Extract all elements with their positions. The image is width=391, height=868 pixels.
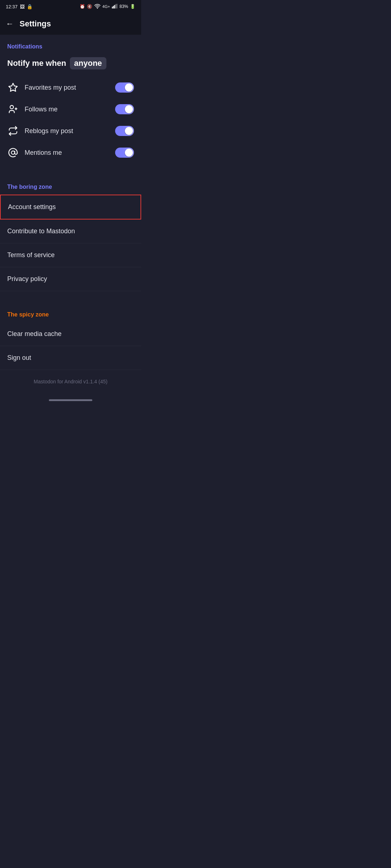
follow-icon	[7, 103, 19, 115]
spacer-2	[0, 169, 141, 175]
mentions-toggle[interactable]	[115, 148, 134, 158]
contribute-item[interactable]: Contribute to Mastodon	[0, 220, 141, 243]
mentions-label: Mentions me	[25, 149, 109, 157]
mentions-toggle-row: Mentions me	[0, 142, 141, 163]
svg-point-10	[11, 151, 14, 154]
network-label: 4G+	[102, 4, 110, 9]
photo-icon: 🖼	[20, 4, 25, 9]
status-bar: 12:37 🖼 🔒 ⏰ 🔇 4G+ 83% 🔋	[0, 0, 141, 13]
follows-toggle[interactable]	[115, 104, 134, 114]
favorites-label: Favorites my post	[25, 84, 109, 92]
sign-out-item[interactable]: Sign out	[0, 346, 141, 370]
spacer-4	[0, 297, 141, 303]
terms-item[interactable]: Terms of service	[0, 243, 141, 267]
star-icon	[7, 82, 19, 93]
home-indicator	[0, 396, 141, 407]
follows-label: Follows me	[25, 106, 109, 113]
spacer-3	[0, 291, 141, 297]
alarm-icon: ⏰	[80, 4, 85, 9]
reblogs-toggle[interactable]	[115, 126, 134, 136]
settings-content: Notifications Notify me when anyone Favo…	[0, 35, 141, 407]
app-version: Mastodon for Android v1.1.4 (45)	[0, 370, 141, 396]
svg-rect-2	[113, 6, 114, 8]
app-bar: ← Settings	[0, 13, 141, 35]
privacy-item[interactable]: Privacy policy	[0, 267, 141, 291]
page-title: Settings	[20, 19, 51, 29]
svg-rect-1	[112, 7, 113, 8]
lock-icon: 🔒	[27, 4, 33, 9]
notify-me-label: Notify me when	[7, 59, 66, 68]
spacer-1	[0, 163, 141, 169]
notify-badge[interactable]: anyone	[70, 57, 106, 69]
wifi-icon	[94, 4, 101, 10]
reblog-icon	[7, 125, 19, 137]
boring-zone-header: The boring zone	[0, 175, 141, 195]
favorites-toggle-row: Favorites my post	[0, 77, 141, 98]
svg-point-0	[97, 8, 98, 9]
status-bar-right: ⏰ 🔇 4G+ 83% 🔋	[80, 4, 135, 10]
notify-me-row: Notify me when anyone	[0, 54, 141, 77]
mute-icon: 🔇	[87, 4, 92, 9]
battery-icon: 🔋	[130, 4, 135, 9]
mention-icon	[7, 147, 19, 158]
reblogs-label: Reblogs my post	[25, 127, 109, 135]
svg-rect-3	[114, 5, 115, 8]
battery: 83%	[119, 4, 128, 9]
signal-icon	[112, 4, 118, 10]
time: 12:37	[6, 4, 18, 9]
svg-point-7	[10, 106, 13, 109]
svg-marker-6	[9, 83, 17, 91]
reblogs-toggle-row: Reblogs my post	[0, 120, 141, 142]
home-indicator-bar	[49, 399, 92, 401]
spicy-zone-header: The spicy zone	[0, 303, 141, 322]
follows-toggle-row: Follows me	[0, 98, 141, 120]
svg-rect-4	[115, 4, 116, 8]
account-settings-item[interactable]: Account settings	[0, 195, 141, 220]
favorites-toggle[interactable]	[115, 82, 134, 93]
svg-rect-5	[117, 4, 117, 8]
back-button[interactable]: ←	[6, 19, 14, 29]
status-bar-left: 12:37 🖼 🔒	[6, 4, 33, 9]
clear-cache-item[interactable]: Clear media cache	[0, 322, 141, 346]
notifications-section-header: Notifications	[0, 35, 141, 54]
